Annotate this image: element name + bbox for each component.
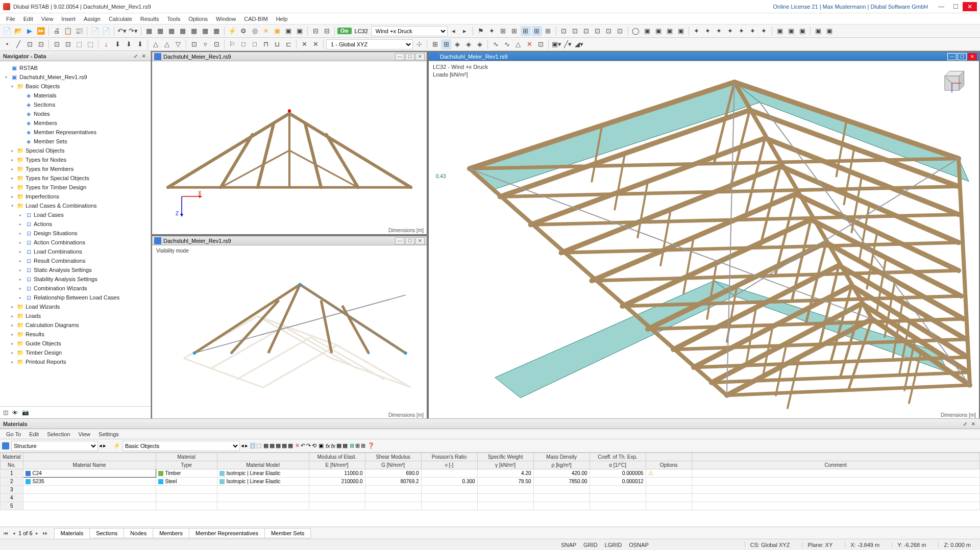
vp-max-icon[interactable]: ☐	[405, 237, 414, 244]
tree-nodes[interactable]: ◈Nodes	[0, 109, 151, 118]
nav-next-icon[interactable]: ▸	[103, 442, 106, 449]
t2f-icon[interactable]: □	[238, 39, 249, 49]
sup3-icon[interactable]: ▽	[173, 39, 183, 49]
redo-icon[interactable]: ↷▾	[128, 26, 138, 36]
t3d-icon[interactable]: ▦	[270, 442, 275, 449]
t3e-icon[interactable]: ▦	[276, 442, 281, 449]
menu-help[interactable]: Help	[272, 14, 292, 23]
tree-load-cases-comb[interactable]: ▾📁Load Cases & Combinations	[0, 201, 151, 210]
tab-materials[interactable]: Materials	[54, 528, 90, 538]
menu-assign[interactable]: Assign	[80, 14, 105, 23]
t3c-icon[interactable]: ▦	[263, 442, 268, 449]
vp-max-icon[interactable]: ☐	[958, 53, 967, 60]
vp-max-icon[interactable]: ☐	[405, 53, 414, 60]
t2n-icon[interactable]: ╱▾	[562, 39, 573, 49]
sel1-icon[interactable]: ⊡	[52, 39, 62, 49]
filter6-icon[interactable]: ⊞	[532, 26, 542, 36]
menu-insert[interactable]: Insert	[57, 14, 80, 23]
structure-select[interactable]: Structure	[11, 441, 98, 451]
tree-stability-analysis-settings[interactable]: ▸⊡Stability Analysis Settings	[0, 274, 151, 284]
t3i-icon[interactable]: ↶	[301, 442, 305, 449]
status-lgrid[interactable]: LGRID	[605, 542, 622, 548]
printout-icon[interactable]: 📰	[74, 26, 84, 36]
t2g-icon[interactable]: □	[250, 39, 260, 49]
extra3-icon[interactable]: ⊡	[581, 26, 592, 36]
tree-types-for-members[interactable]: ▸📁Types for Members	[0, 164, 151, 173]
sel3-icon[interactable]: ⬚	[74, 39, 84, 49]
cube1-icon[interactable]: ▣	[642, 26, 652, 36]
t3h-icon[interactable]: ✕	[295, 442, 300, 449]
tab-member-representatives[interactable]: Member Representatives	[189, 528, 265, 538]
tree-result-combinations[interactable]: ▸⊡Result Combinations	[0, 256, 151, 265]
tree-design-situations[interactable]: ▸⊡Design Situations	[0, 229, 151, 238]
next-lc-icon[interactable]: ▸	[460, 26, 470, 36]
t2-icon[interactable]: ⊡	[24, 39, 35, 49]
t2i-icon[interactable]: ⊔	[272, 39, 282, 49]
t3k-icon[interactable]: ⟲	[312, 442, 316, 449]
grid5-icon[interactable]: ◈	[475, 39, 485, 49]
table-row[interactable]: 2S235SteelIsotropic | Linear Elastic2100…	[1, 478, 980, 486]
tree-project[interactable]: ▾▣Dachstuhl_Meier_Rev1.rs9	[0, 72, 151, 82]
sel2-icon[interactable]: ⊡	[63, 39, 73, 49]
last2-icon[interactable]: ▣	[824, 26, 835, 36]
axis6-icon[interactable]: ✦	[748, 26, 758, 36]
page-first-icon[interactable]: ⏮	[2, 530, 9, 537]
page-prev-icon[interactable]: ◂	[10, 530, 17, 537]
grid2-icon[interactable]: ⊞	[441, 39, 451, 49]
stack-icon[interactable]: ▣	[272, 26, 282, 36]
axis5-icon[interactable]: ✦	[737, 26, 747, 36]
tree-sections[interactable]: ◈Sections	[0, 100, 151, 109]
prev-lc-icon[interactable]: ◂	[449, 26, 459, 36]
new-icon[interactable]: 📄	[2, 26, 12, 36]
extra4-icon[interactable]: ⊡	[593, 26, 603, 36]
sel4-icon[interactable]: ⬚	[85, 39, 95, 49]
page-next-icon[interactable]: ▸	[34, 530, 41, 537]
dim1-icon[interactable]: ⊟	[310, 26, 321, 36]
lightning-icon[interactable]: ⚡	[227, 26, 237, 36]
tree-action-combinations[interactable]: ▸⊡Action Combinations	[0, 238, 151, 247]
nav-close-icon[interactable]: ✕	[140, 53, 148, 60]
page-last-icon[interactable]: ⏭	[42, 530, 49, 537]
viewport-iso-small[interactable]: Dachstuhl_Meier_Rev1.rs9 — ☐ ✕ Visibilit…	[152, 236, 427, 418]
tree-printout-reports[interactable]: ▸📁Printout Reports	[0, 357, 151, 366]
snap1-icon[interactable]: ∿	[491, 39, 501, 49]
cube4-icon[interactable]: ▣	[676, 26, 686, 36]
view1-icon[interactable]: ▣	[775, 26, 785, 36]
save-icon[interactable]: ▶	[24, 26, 35, 36]
extra1-icon[interactable]: ⊡	[559, 26, 569, 36]
tree-load-cases[interactable]: ▸⊡Load Cases	[0, 210, 151, 219]
materials-table[interactable]: MaterialMaterialModulus of Elast.Shear M…	[0, 453, 980, 510]
sun-icon[interactable]: ☀	[261, 26, 271, 36]
sup1-icon[interactable]: △	[151, 39, 161, 49]
menu-tools[interactable]: Tools	[163, 14, 184, 23]
mat-menu-view[interactable]: View	[74, 430, 94, 439]
tree-actions[interactable]: ▸⊡Actions	[0, 219, 151, 229]
tree-imperfections[interactable]: ▸📁Imperfections	[0, 192, 151, 201]
tab-nodes[interactable]: Nodes	[124, 528, 153, 538]
sup2-icon[interactable]: △	[162, 39, 172, 49]
t2c-icon[interactable]: ⊡	[189, 39, 199, 49]
axis3-icon[interactable]: ✦	[714, 26, 724, 36]
t2l-icon[interactable]: ✕	[310, 39, 321, 49]
axis2-icon[interactable]: ✦	[703, 26, 713, 36]
saveall-icon[interactable]: ⏩	[36, 26, 46, 36]
window5-icon[interactable]: ▦	[189, 26, 199, 36]
calc-icon[interactable]: ◎	[250, 26, 260, 36]
filter4-icon[interactable]: ⊞	[509, 26, 520, 36]
loadcase-select[interactable]: Wind +x Druck	[371, 26, 448, 36]
viewport-front[interactable]: Dachstuhl_Meier_Rev1.rs9 — ☐ ✕	[152, 52, 427, 235]
status-grid[interactable]: GRID	[583, 542, 598, 548]
tree-combination-wizards[interactable]: ▸⊡Combination Wizards	[0, 284, 151, 293]
t3l-icon[interactable]: ▣	[318, 442, 324, 449]
tree-calculation-diagrams[interactable]: ▸📁Calculation Diagrams	[0, 320, 151, 330]
fx3-icon[interactable]: ▦	[336, 442, 341, 449]
mat-menu-go-to[interactable]: Go To	[2, 430, 25, 439]
print-icon[interactable]: 🖨	[52, 26, 62, 36]
tree-types-for-special-objects[interactable]: ▸📁Types for Special Objects	[0, 173, 151, 183]
tree-special-objects[interactable]: ▸📁Special Objects	[0, 146, 151, 155]
last1-icon[interactable]: ▣	[813, 26, 823, 36]
undo-icon[interactable]: ↶▾	[117, 26, 127, 36]
materials-table-wrap[interactable]: MaterialMaterialModulus of Elast.Shear M…	[0, 453, 980, 527]
globe-icon[interactable]: ◯	[631, 26, 641, 36]
vp-min-icon[interactable]: —	[947, 53, 957, 60]
